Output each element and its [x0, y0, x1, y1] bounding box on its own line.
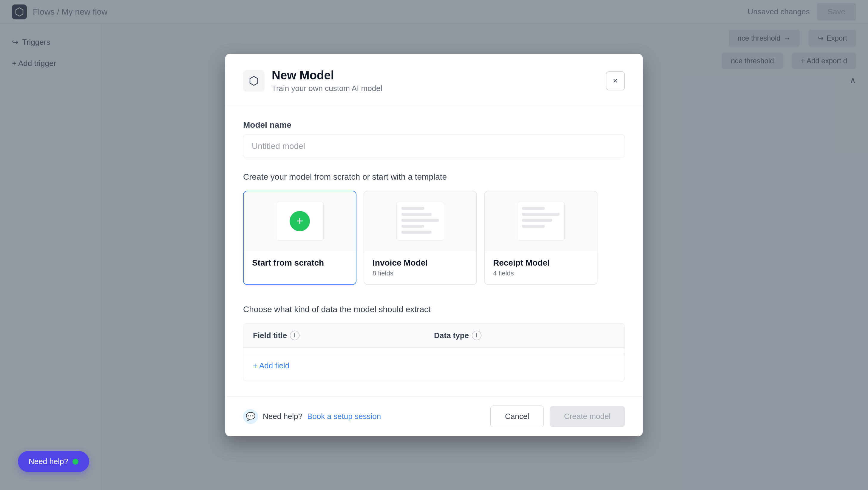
extraction-body: + Add field: [243, 348, 625, 381]
model-name-input[interactable]: [243, 134, 625, 158]
receipt-info: Receipt Model 4 fields: [485, 251, 597, 284]
create-model-button[interactable]: Create model: [550, 406, 625, 427]
need-help-label: Need help?: [29, 457, 68, 466]
field-title-label: Field title: [253, 331, 287, 340]
green-status-dot: [72, 459, 79, 465]
modal-close-button[interactable]: ×: [606, 71, 625, 90]
extraction-table: Field title i Data type i + Add field: [243, 323, 625, 381]
help-text: Need help?: [263, 412, 303, 421]
modal-title: New Model: [272, 69, 382, 82]
scratch-name: Start from scratch: [252, 258, 347, 268]
footer-actions: Cancel Create model: [490, 405, 625, 427]
chat-icon: 💬: [243, 409, 258, 424]
templates-row: + Start from scratch: [243, 191, 625, 290]
receipt-doc-line-3: [522, 219, 552, 222]
receipt-name: Receipt Model: [493, 258, 589, 268]
template-section: Create your model from scratch or start …: [243, 172, 625, 290]
field-title-header: Field title i: [253, 331, 434, 340]
need-help-bubble[interactable]: Need help?: [18, 451, 89, 472]
doc-line-5: [402, 231, 432, 234]
scratch-preview: +: [244, 191, 356, 251]
modal-footer: 💬 Need help? Book a setup session Cancel…: [225, 396, 643, 436]
data-type-header: Data type i: [434, 331, 615, 340]
scratch-plus-icon: +: [290, 211, 310, 231]
extraction-section: Choose what kind of data the model shoul…: [243, 305, 625, 381]
modal-body: Model name Create your model from scratc…: [225, 105, 643, 396]
modal-icon: [243, 70, 265, 92]
modal-header-left: New Model Train your own custom AI model: [243, 69, 382, 93]
svg-marker-1: [250, 76, 258, 85]
modal-subtitle: Train your own custom AI model: [272, 84, 382, 93]
footer-help: 💬 Need help? Book a setup session: [243, 409, 381, 424]
model-name-section: Model name: [243, 120, 625, 172]
invoice-name: Invoice Model: [373, 258, 468, 268]
extraction-label: Choose what kind of data the model shoul…: [243, 305, 625, 314]
scratch-preview-inner: +: [276, 202, 323, 241]
receipt-doc-line-4: [522, 225, 545, 228]
template-card-receipt[interactable]: Receipt Model 4 fields: [484, 191, 597, 285]
template-card-scratch[interactable]: + Start from scratch: [243, 191, 356, 285]
add-field-label: + Add field: [253, 361, 289, 370]
modal-title-group: New Model Train your own custom AI model: [272, 69, 382, 93]
invoice-preview: [364, 191, 476, 251]
doc-line-1: [402, 207, 424, 210]
book-session-link[interactable]: Book a setup session: [307, 412, 381, 421]
data-type-label: Data type: [434, 331, 469, 340]
template-section-label: Create your model from scratch or start …: [243, 172, 625, 182]
scratch-info: Start from scratch: [244, 251, 356, 275]
invoice-info: Invoice Model 8 fields: [364, 251, 476, 284]
invoice-fields: 8 fields: [373, 270, 468, 277]
doc-line-3: [402, 219, 439, 222]
new-model-modal: New Model Train your own custom AI model…: [225, 54, 643, 436]
receipt-preview: [485, 191, 597, 251]
model-name-label: Model name: [243, 120, 625, 130]
cancel-button[interactable]: Cancel: [490, 405, 544, 427]
receipt-doc-preview: [517, 202, 565, 241]
receipt-doc-line-2: [522, 213, 560, 216]
add-field-button[interactable]: + Add field: [253, 361, 289, 370]
field-title-info-icon: i: [290, 331, 300, 340]
modal-overlay: New Model Train your own custom AI model…: [0, 0, 868, 490]
doc-line-4: [402, 225, 424, 228]
receipt-fields: 4 fields: [493, 270, 589, 277]
extraction-header: Field title i Data type i: [243, 324, 625, 348]
template-card-invoice[interactable]: Invoice Model 8 fields: [364, 191, 477, 285]
data-type-info-icon: i: [472, 331, 482, 340]
close-icon: ×: [613, 76, 618, 86]
doc-line-2: [402, 213, 432, 216]
divider: [243, 354, 625, 354]
modal-header: New Model Train your own custom AI model…: [225, 54, 643, 105]
add-field-row: + Add field: [243, 355, 625, 376]
invoice-doc-preview: [396, 202, 444, 241]
receipt-doc-line-1: [522, 207, 545, 210]
